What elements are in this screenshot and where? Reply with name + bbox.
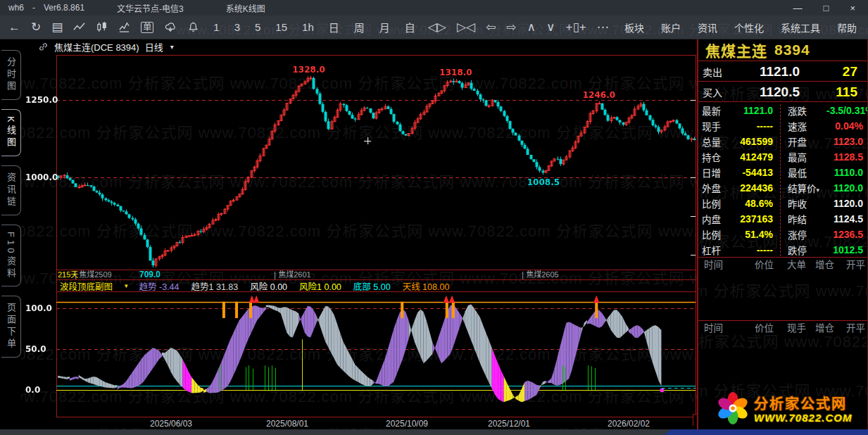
candlestick-icon[interactable] [96, 21, 108, 33]
menu-账户[interactable]: 账户 [661, 20, 681, 34]
order-ticket-icon[interactable]: 单 [141, 22, 153, 33]
site-logo[interactable]: 分析家公式网 WWW.70822.COM [717, 392, 852, 427]
ask-price: 1121.0 [735, 64, 800, 80]
period-button-1h[interactable]: 1h [302, 21, 314, 33]
toolbar: ←↻▤单 135151h日周月自 ◁▷▷◁⇦⇨∧∨+▯+⋯ 板块账户资讯个性化系… [0, 15, 868, 39]
title-dash: - [32, 3, 35, 13]
quote-row: 持仓412479最高1128.5 [698, 149, 867, 165]
quote-field-value: ----- [729, 120, 773, 132]
quote-field-value: 48.6% [729, 198, 773, 209]
bottom-status-strip [0, 429, 868, 435]
indicator-param-天线: 天线 108.00 [403, 279, 450, 293]
compress-kline-icon[interactable]: ◁▷ [428, 21, 446, 33]
table-header-开平: 开平 [846, 320, 867, 334]
period-button-group: 135151h日周月自 [213, 20, 415, 34]
pan-left-icon[interactable]: ⇦ [486, 21, 496, 33]
scroll-up-icon[interactable]: ∧ [527, 21, 536, 33]
quote-row: 比例48.6%昨收1120.0 [698, 196, 867, 211]
quote-field-value: 51.4% [729, 229, 773, 240]
oscillator-chart-canvas[interactable] [21, 293, 697, 417]
contract-marker: ❘焦煤2605 [520, 270, 559, 279]
left-sidebar: 分时图K线图资讯链F10资料页面下单 [0, 39, 21, 429]
sidebar-tab-页面下单[interactable]: 页面下单 [1, 296, 21, 358]
table-header-开平: 开平 [846, 257, 867, 271]
quote-board-icon[interactable]: ▤ [51, 21, 63, 33]
menu-帮助[interactable]: 帮助 [837, 20, 857, 34]
period-button-1[interactable]: 1 [213, 21, 219, 33]
period-button-15[interactable]: 15 [275, 21, 287, 33]
quote-field-value: 461599 [729, 136, 773, 147]
ask-row[interactable]: 卖出 1121.0 27 [698, 62, 867, 82]
maximize-button[interactable]: □ [824, 3, 829, 13]
quote-field-label: 跌停 [783, 243, 826, 257]
flower-logo-icon [717, 392, 749, 427]
quote-field-label: 涨跌 [783, 103, 826, 118]
period-button-5[interactable]: 5 [255, 21, 260, 33]
period-button-日[interactable]: 日 [329, 20, 339, 34]
quote-field-label: 开盘 [783, 134, 826, 149]
sidebar-tab-分时图[interactable]: 分时图 [1, 50, 21, 100]
menu-资讯[interactable]: 资讯 [698, 20, 717, 34]
bid-label: 买入 [698, 85, 735, 99]
add-pane-icon[interactable]: +▯+ [566, 21, 586, 33]
quote-field-value: 1124.5 [826, 213, 867, 225]
quote-grid: 最新1121.0涨跌-3.5/0.31%现手-----速涨0.04%总量4615… [698, 103, 867, 258]
close-button[interactable]: × [850, 3, 855, 13]
menu-板块[interactable]: 板块 [624, 20, 644, 34]
quote-field-label: 最新 [698, 103, 729, 118]
chevron-down-icon: ▾ [170, 43, 174, 51]
trend-line-icon[interactable] [73, 21, 85, 33]
period-button-周[interactable]: 周 [354, 20, 365, 34]
sub-indicator-name[interactable]: 波段顶底副图 [60, 279, 113, 293]
sidebar-tab-K线图[interactable]: K线图 [1, 109, 21, 156]
chart-period-selector[interactable]: 日线 [145, 40, 163, 53]
back-arrow-icon[interactable]: ← [8, 21, 20, 33]
pan-right-icon[interactable]: ⇨ [506, 21, 516, 33]
table-header-增仓: 增仓 [815, 320, 846, 334]
bid-row[interactable]: 买入 1120.5 115 [698, 82, 867, 102]
quote-field-value: 1012.5 [826, 244, 867, 256]
x-axis-dates: 2025/06/032025/08/012025/10/092025/12/01… [56, 418, 696, 429]
expand-kline-icon[interactable]: ▷◁ [457, 21, 475, 33]
table-header-时间: 时间 [698, 320, 755, 334]
period-button-3[interactable]: 3 [234, 21, 240, 33]
candlestick-chart-canvas[interactable] [21, 55, 697, 270]
quote-field-label: 日增 [698, 165, 729, 179]
minimize-button[interactable]: — [793, 3, 803, 13]
time-share-icon[interactable] [118, 21, 130, 33]
cloud-download-icon[interactable] [164, 21, 177, 33]
indicator-param-风险1: 风险1 0.00 [299, 279, 341, 293]
period-button-月[interactable]: 月 [379, 20, 390, 34]
alert-bell-icon[interactable] [187, 21, 199, 33]
menu-系统工具[interactable]: 系统工具 [781, 20, 820, 34]
refresh-icon[interactable]: ↻ [31, 21, 41, 33]
chart-symbol-label[interactable]: 焦煤主连(DCE 8394) [54, 40, 139, 53]
scroll-down-icon[interactable]: ∨ [546, 21, 555, 33]
quote-field-label[interactable]: 结算价▾ [783, 181, 826, 195]
period-button-自[interactable]: 自 [405, 20, 415, 34]
indicator-param-趋势1: 趋势1 31.83 [191, 279, 239, 293]
x-axis-date: 2025/06/03 [150, 419, 192, 429]
app-name: wh6 [8, 3, 24, 13]
quote-row: 比例51.4%涨停1236.5 [698, 227, 867, 242]
x-axis-date: 2026/02/02 [608, 419, 650, 429]
logo-site-url: WWW.70822.COM [754, 412, 852, 424]
chart-area: 焦煤主连(DCE 8394) 日线 ▾ 215天❘焦煤2509❘焦煤2601❘焦… [21, 39, 697, 429]
menu-个性化[interactable]: 个性化 [734, 20, 764, 34]
quote-field-label: 昨结 [783, 212, 826, 226]
quote-field-value: 1236.5 [826, 229, 867, 240]
quote-field-label: 外盘 [698, 181, 729, 195]
toolbar-menu-group: 板块账户资讯个性化系统工具帮助 [624, 20, 868, 34]
page-tab-label[interactable]: 系统K线图 [226, 2, 265, 14]
bid-qty: 115 [800, 84, 867, 100]
cloud-node-label: 文华云节点-电信3 [117, 2, 184, 14]
window-controls: — □ × [793, 3, 868, 13]
sidebar-tab-资讯链[interactable]: 资讯链 [1, 165, 21, 215]
quote-field-label: 比例 [698, 196, 729, 210]
quote-field-label: 比例 [698, 227, 729, 241]
quote-row: 外盘224436结算价▾1120.0 [698, 180, 867, 196]
table-header-价位: 价位 [755, 257, 787, 271]
sidebar-tab-F10资料[interactable]: F10资料 [1, 225, 21, 286]
quote-field-value: 224436 [729, 182, 773, 194]
more-icon[interactable]: ⋯ [597, 21, 609, 33]
